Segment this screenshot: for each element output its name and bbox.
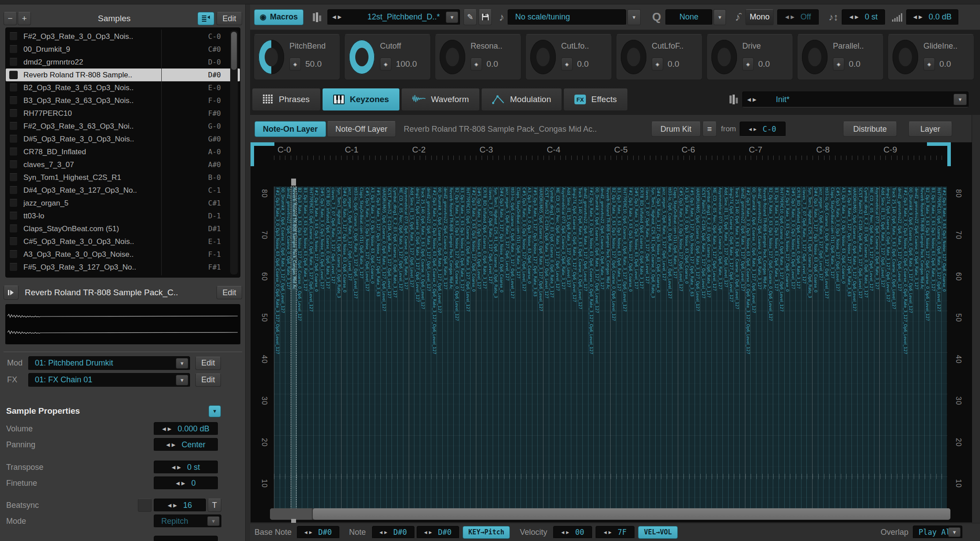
rename-instrument-button[interactable]: ✎ <box>463 9 477 25</box>
note-to-spinner[interactable]: ◀▶D#0 <box>417 526 459 539</box>
macro-knob-cutoff[interactable]: Cutoff◈100.0 <box>344 34 431 80</box>
knob-dial[interactable] <box>711 40 737 74</box>
keyzone-h-scrollbar[interactable] <box>270 508 950 520</box>
keyzone-strip[interactable]: dmp274_Op6_Coarse_0_Op6_Rate_3_127_Op6_L… <box>728 187 734 518</box>
drum-kit-list-button[interactable]: ≡ <box>703 122 717 137</box>
keyzone-strip[interactable]: 00_Drumkit_9_Op6_Coarse_0_Op6_Rate_3_127… <box>750 187 756 518</box>
sample-list-row[interactable]: RH77PERC10F#0 <box>6 107 240 120</box>
knob-reset-button[interactable]: ◈ <box>923 57 935 71</box>
keyzone-strip[interactable]: RH77PERC10_Op6_Coarse_0_Op6_Rate_3_127_O… <box>935 187 941 518</box>
keyzone-strip[interactable]: Asymmetrical 073_Op6_Coarse_0_Op6_Rate_3… <box>560 187 566 518</box>
knob-reset-button[interactable]: ◈ <box>380 57 391 71</box>
knob-dial[interactable] <box>349 40 375 74</box>
keyzone-strip[interactable]: B3_Op3_Rate_3_63_Op3_Noise_63_Op6_Rate_3… <box>930 187 935 518</box>
keyzone-strip[interactable]: dmd2_grmnrtro22_Op6_Rate_3_127_Op6_Level… <box>896 187 902 518</box>
tab-modulation[interactable]: Modulation <box>481 88 562 111</box>
keyzone-strip[interactable]: dmp274_Op6_Coarse_0_Op6_Rate_3_127_Op6_L… <box>571 187 577 518</box>
keyzone-strip[interactable]: Claps_StayOnBeat.com (51)_Op6_Rate_3_127 <box>515 187 521 518</box>
keyzone-strip[interactable]: B2_Op3_Rate_3_63_Op3_Noise_127_Op6_Coars… <box>924 187 930 518</box>
sample-list-row[interactable]: C#5_Op3_Rate_3_0_Op3_Nois..E-1 <box>6 235 240 248</box>
sample-select-checkbox[interactable] <box>9 135 18 143</box>
macro-knob-parallel[interactable]: Parallel..◈0.0 <box>797 34 884 80</box>
keyzone-strip[interactable]: tt03-lo_Op6_Coarse_0_Op6_Rate_3_127_Op6_… <box>353 187 358 518</box>
keyzone-strip[interactable]: Reverb Roland TR-808 Sample Pack_Congas … <box>448 187 453 518</box>
keyzone-strip[interactable]: Add_Sine_01_15_Op6_Rate_3_127_Op6_Level_… <box>722 187 728 518</box>
keyzone-strip[interactable]: claves_7_3_07_Op6_Rate_3_127_Op6_Level_1… <box>330 187 336 518</box>
sample-select-checkbox[interactable] <box>9 84 18 92</box>
tab-waveform[interactable]: Waveform <box>401 88 480 111</box>
keyzone-strip[interactable]: A3_Op3_Rate_3_0_Op3_Noise_63_Op6_Coarse_… <box>683 187 689 518</box>
keyzone-strip[interactable]: Claps_StayOnBeat.com (51)_Op6_Rate_3_127 <box>672 187 678 518</box>
keyzone-strip[interactable]: 00_Drumkit_9_Op6_Coarse_0_Op6_Rate_3_127… <box>280 187 285 518</box>
keyzone-strip[interactable]: RH77PERC10_Op6_Coarse_0_Op6_Rate_3_127_O… <box>779 187 784 518</box>
tab-effects[interactable]: FXEffects <box>563 88 628 111</box>
keyzone-strip[interactable]: Syn_Tom1_Highest_C2S_R1_Op6_Coarse_0_Op6… <box>806 187 812 518</box>
keyzone-strip[interactable]: B2_Op3_Rate_3_63_Op3_Noise_127_Op6_Coars… <box>453 187 459 518</box>
scrollbar-left-segment[interactable] <box>270 508 312 520</box>
instrument-volume[interactable]: ◀▶0.0 dB <box>906 9 958 25</box>
beatsync-enable-button[interactable] <box>138 499 152 512</box>
keyzone-strip[interactable]: F#5_Op3_Rate_3_127_Op3_Noise_127_Op6_Rat… <box>689 187 695 518</box>
keyzone-strip[interactable]: F#2_Op3_Rate_3_63_Op3_Noise_127_Op6_Coar… <box>627 187 633 518</box>
keyzone-strip[interactable]: RH77PERC10_Op6_Coarse_0_Op6_Rate_3_127_O… <box>464 187 470 518</box>
instrument-selector[interactable]: ◀▶ 12st_Pitchbend_D..* ▼ <box>327 9 460 25</box>
keyzone-strip[interactable]: Track 25_140_Op6_Rate_3_63_Op6_Coarse_0_… <box>420 187 425 518</box>
sample-list-row[interactable]: 00_Drumkit_9C#0 <box>6 43 240 56</box>
overlap-dropdown[interactable]: Play All ▼ <box>913 526 962 539</box>
keyzone-strip[interactable]: jazz_organ_5_Op6_Rate_3_127_Op6_Level_12… <box>347 187 353 518</box>
knob-reset-button[interactable]: ◈ <box>833 57 844 71</box>
keyzone-strip[interactable]: Reverb Roland TR-808 Sample Pack_Congas … <box>762 187 767 518</box>
panning-value[interactable]: ◀▶Center <box>154 438 218 451</box>
sample-list-row[interactable]: A3_Op3_Rate_3_0_Op3_Noise..F-1 <box>6 248 240 261</box>
knob-dial[interactable] <box>621 40 646 74</box>
keyzone-strip[interactable]: Asymmetrical 073_Op6_Coarse_0_Op6_Rate_3… <box>874 187 880 518</box>
mod-edit-button[interactable]: Edit <box>195 357 221 370</box>
save-instrument-button[interactable] <box>479 9 492 25</box>
mono-toggle[interactable]: Mono <box>745 9 774 25</box>
sample-select-checkbox[interactable] <box>9 186 18 194</box>
keyzone-strip[interactable]: F#5_Op3_Rate_3_127_Op3_Noise_127_Op6_Rat… <box>532 187 538 518</box>
keyzone-strip[interactable]: Claps_StayOnBeat.com (51)_Op6_Rate_3_127 <box>358 187 364 518</box>
keyzone-strip[interactable]: Cymbal_ding1_K_2_03_Op6_Coarse_0_Op6_Rat… <box>862 187 868 518</box>
quantize-dropdown-button[interactable]: ▼ <box>714 9 726 25</box>
macro-knob-cutlfof[interactable]: CutLfoF..◈0.0 <box>616 34 703 80</box>
sample-select-checkbox[interactable] <box>9 71 18 79</box>
keyzone-strip[interactable]: C#5_Op3_Rate_3_0_Op3_Noise_127_Op6_Level… <box>364 187 369 518</box>
sample-select-checkbox[interactable] <box>9 237 18 246</box>
sample-list-row[interactable]: D#5_Op3_Rate_3_0_Op3_Nois..G#0 <box>6 133 240 145</box>
keyzone-strip[interactable]: CR78_BD_Inflated_Op6_Coarse_0_Op6_Rate_3… <box>481 187 487 518</box>
sample-select-checkbox[interactable] <box>9 122 18 130</box>
sample-select-checkbox[interactable] <box>9 109 18 118</box>
mod-set-dropdown[interactable]: 01: Pitchbend Drumkit ▼ <box>28 356 190 370</box>
keyzone-strip[interactable]: SCST_Palm52_E-C10A_Op6_Rate_3_127_Op6_Le… <box>857 187 863 518</box>
keyzone-strip[interactable]: B3_Op3_Rate_3_63_Op3_Noise_63_Op6_Rate_3… <box>459 187 465 518</box>
chevron-down-icon[interactable]: ▼ <box>446 11 458 23</box>
note-on-layer-tab[interactable]: Note-On Layer <box>254 121 326 137</box>
glide-amount[interactable]: ◀▶Off <box>777 9 819 25</box>
macro-knob-pitchbend[interactable]: PitchBend◈50.0 <box>254 34 340 80</box>
keyzone-strip[interactable]: tt03-lo_Op6_Coarse_0_Op6_Rate_3_127_Op6_… <box>823 187 829 518</box>
keyzone-strip[interactable]: dmp274_Op6_Coarse_0_Op6_Rate_3_127_Op6_L… <box>414 187 420 518</box>
base-note-spinner[interactable]: ◀▶D#0 <box>297 526 339 539</box>
sample-edit-button[interactable]: Edit <box>217 286 242 299</box>
keyzone-strip[interactable]: D#5_Op3_Rate_3_0_Op3_Noise_63_Op6_Level_… <box>319 187 325 518</box>
keyzone-strip[interactable]: F#2_Op3_Rate_3_63_Op3_Noise_127_Op6_Coar… <box>313 187 319 518</box>
keyzone-strip[interactable]: dmd2_grmnrtro22_Op6_Rate_3_127_Op6_Level… <box>425 187 431 518</box>
keyzone-strip[interactable]: tt03-lo_Op6_Coarse_0_Op6_Rate_3_127_Op6_… <box>509 187 515 518</box>
collapse-properties-button[interactable]: ▼ <box>209 405 221 417</box>
keyzone-strip[interactable]: D#4_Op3_Rate_3_127_Op3_Noise_63_Op6_Coar… <box>498 187 504 518</box>
beatsync-tap-button[interactable]: T <box>208 499 221 512</box>
keyzone-strip-selected[interactable]: Reverb Roland TR-808 Sample Pack_Congas … <box>291 187 296 518</box>
sample-list-scrollbar[interactable] <box>230 30 238 274</box>
sample-list-row[interactable]: D#4_Op3_Rate_3_127_Op3_No..C-1 <box>6 184 240 197</box>
keyzone-strip[interactable]: F#5_Op3_Rate_3_127_Op3_Noise_127_Op6_Rat… <box>846 187 851 518</box>
keyzone-strip[interactable]: Asymmetrical 073_Op6_Coarse_0_Op6_Rate_3… <box>717 187 722 518</box>
knob-dial[interactable] <box>530 40 556 74</box>
note-from-spinner[interactable]: ◀▶D#0 <box>372 526 414 539</box>
transpose-value[interactable]: ◀▶0 st <box>154 461 218 474</box>
keyzone-strip[interactable]: B3_Op3_Rate_3_63_Op3_Noise_63_Op6_Rate_3… <box>773 187 779 518</box>
sample-list-row[interactable]: claves_7_3_07A#0 <box>6 158 240 171</box>
keyzone-strip[interactable]: dmd2_grmnrtro22_Op6_Coarse_0_Op6_Rate_3_… <box>442 187 448 518</box>
keyzone-strip[interactable]: B3_Op3_Rate_3_63_Op3_Noise_63_Op6_Rate_3… <box>616 187 622 518</box>
add-sample-button[interactable]: + <box>18 12 31 25</box>
